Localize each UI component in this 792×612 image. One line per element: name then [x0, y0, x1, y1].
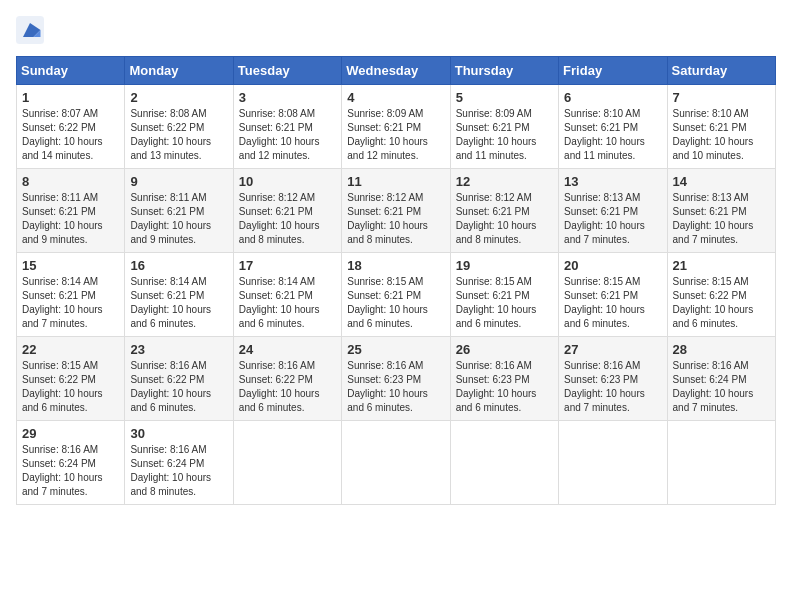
calendar-table: SundayMondayTuesdayWednesdayThursdayFrid… [16, 56, 776, 505]
day-number: 17 [239, 258, 336, 273]
day-cell: 10 Sunrise: 8:12 AM Sunset: 6:21 PM Dayl… [233, 169, 341, 253]
week-row-1: 1 Sunrise: 8:07 AM Sunset: 6:22 PM Dayli… [17, 85, 776, 169]
header-row: SundayMondayTuesdayWednesdayThursdayFrid… [17, 57, 776, 85]
day-cell: 12 Sunrise: 8:12 AM Sunset: 6:21 PM Dayl… [450, 169, 558, 253]
day-cell: 14 Sunrise: 8:13 AM Sunset: 6:21 PM Dayl… [667, 169, 775, 253]
day-info: Sunrise: 8:08 AM Sunset: 6:21 PM Dayligh… [239, 107, 336, 163]
day-number: 10 [239, 174, 336, 189]
day-info: Sunrise: 8:12 AM Sunset: 6:21 PM Dayligh… [239, 191, 336, 247]
day-cell: 5 Sunrise: 8:09 AM Sunset: 6:21 PM Dayli… [450, 85, 558, 169]
header-cell-friday: Friday [559, 57, 667, 85]
day-info: Sunrise: 8:11 AM Sunset: 6:21 PM Dayligh… [22, 191, 119, 247]
day-cell: 19 Sunrise: 8:15 AM Sunset: 6:21 PM Dayl… [450, 253, 558, 337]
day-info: Sunrise: 8:15 AM Sunset: 6:22 PM Dayligh… [22, 359, 119, 415]
day-cell: 22 Sunrise: 8:15 AM Sunset: 6:22 PM Dayl… [17, 337, 125, 421]
day-cell: 27 Sunrise: 8:16 AM Sunset: 6:23 PM Dayl… [559, 337, 667, 421]
day-number: 9 [130, 174, 227, 189]
day-cell [667, 421, 775, 505]
day-number: 1 [22, 90, 119, 105]
day-info: Sunrise: 8:14 AM Sunset: 6:21 PM Dayligh… [22, 275, 119, 331]
day-cell: 16 Sunrise: 8:14 AM Sunset: 6:21 PM Dayl… [125, 253, 233, 337]
day-cell: 26 Sunrise: 8:16 AM Sunset: 6:23 PM Dayl… [450, 337, 558, 421]
week-row-5: 29 Sunrise: 8:16 AM Sunset: 6:24 PM Dayl… [17, 421, 776, 505]
day-cell: 11 Sunrise: 8:12 AM Sunset: 6:21 PM Dayl… [342, 169, 450, 253]
header-cell-wednesday: Wednesday [342, 57, 450, 85]
day-cell: 7 Sunrise: 8:10 AM Sunset: 6:21 PM Dayli… [667, 85, 775, 169]
day-cell: 2 Sunrise: 8:08 AM Sunset: 6:22 PM Dayli… [125, 85, 233, 169]
day-info: Sunrise: 8:13 AM Sunset: 6:21 PM Dayligh… [564, 191, 661, 247]
day-number: 26 [456, 342, 553, 357]
day-cell: 30 Sunrise: 8:16 AM Sunset: 6:24 PM Dayl… [125, 421, 233, 505]
day-number: 23 [130, 342, 227, 357]
day-info: Sunrise: 8:16 AM Sunset: 6:22 PM Dayligh… [239, 359, 336, 415]
day-info: Sunrise: 8:07 AM Sunset: 6:22 PM Dayligh… [22, 107, 119, 163]
day-cell: 28 Sunrise: 8:16 AM Sunset: 6:24 PM Dayl… [667, 337, 775, 421]
header-cell-monday: Monday [125, 57, 233, 85]
day-cell: 9 Sunrise: 8:11 AM Sunset: 6:21 PM Dayli… [125, 169, 233, 253]
week-row-4: 22 Sunrise: 8:15 AM Sunset: 6:22 PM Dayl… [17, 337, 776, 421]
day-number: 28 [673, 342, 770, 357]
day-number: 3 [239, 90, 336, 105]
day-info: Sunrise: 8:12 AM Sunset: 6:21 PM Dayligh… [347, 191, 444, 247]
day-number: 27 [564, 342, 661, 357]
header-cell-sunday: Sunday [17, 57, 125, 85]
day-info: Sunrise: 8:15 AM Sunset: 6:22 PM Dayligh… [673, 275, 770, 331]
day-number: 21 [673, 258, 770, 273]
day-cell: 29 Sunrise: 8:16 AM Sunset: 6:24 PM Dayl… [17, 421, 125, 505]
day-cell [233, 421, 341, 505]
day-number: 7 [673, 90, 770, 105]
logo [16, 16, 48, 44]
day-info: Sunrise: 8:08 AM Sunset: 6:22 PM Dayligh… [130, 107, 227, 163]
day-info: Sunrise: 8:12 AM Sunset: 6:21 PM Dayligh… [456, 191, 553, 247]
day-cell [450, 421, 558, 505]
day-info: Sunrise: 8:15 AM Sunset: 6:21 PM Dayligh… [456, 275, 553, 331]
day-info: Sunrise: 8:16 AM Sunset: 6:24 PM Dayligh… [130, 443, 227, 499]
day-number: 6 [564, 90, 661, 105]
day-info: Sunrise: 8:15 AM Sunset: 6:21 PM Dayligh… [347, 275, 444, 331]
week-row-3: 15 Sunrise: 8:14 AM Sunset: 6:21 PM Dayl… [17, 253, 776, 337]
day-number: 15 [22, 258, 119, 273]
day-cell: 15 Sunrise: 8:14 AM Sunset: 6:21 PM Dayl… [17, 253, 125, 337]
day-info: Sunrise: 8:16 AM Sunset: 6:23 PM Dayligh… [456, 359, 553, 415]
day-cell: 21 Sunrise: 8:15 AM Sunset: 6:22 PM Dayl… [667, 253, 775, 337]
week-row-2: 8 Sunrise: 8:11 AM Sunset: 6:21 PM Dayli… [17, 169, 776, 253]
day-number: 13 [564, 174, 661, 189]
logo-icon [16, 16, 44, 44]
day-info: Sunrise: 8:15 AM Sunset: 6:21 PM Dayligh… [564, 275, 661, 331]
day-number: 12 [456, 174, 553, 189]
day-cell: 24 Sunrise: 8:16 AM Sunset: 6:22 PM Dayl… [233, 337, 341, 421]
day-cell: 23 Sunrise: 8:16 AM Sunset: 6:22 PM Dayl… [125, 337, 233, 421]
day-cell: 8 Sunrise: 8:11 AM Sunset: 6:21 PM Dayli… [17, 169, 125, 253]
day-info: Sunrise: 8:16 AM Sunset: 6:23 PM Dayligh… [564, 359, 661, 415]
header-cell-saturday: Saturday [667, 57, 775, 85]
day-number: 11 [347, 174, 444, 189]
calendar-header: SundayMondayTuesdayWednesdayThursdayFrid… [17, 57, 776, 85]
header-cell-tuesday: Tuesday [233, 57, 341, 85]
day-cell: 17 Sunrise: 8:14 AM Sunset: 6:21 PM Dayl… [233, 253, 341, 337]
day-number: 5 [456, 90, 553, 105]
day-number: 2 [130, 90, 227, 105]
day-info: Sunrise: 8:10 AM Sunset: 6:21 PM Dayligh… [673, 107, 770, 163]
calendar-body: 1 Sunrise: 8:07 AM Sunset: 6:22 PM Dayli… [17, 85, 776, 505]
day-number: 22 [22, 342, 119, 357]
day-cell: 6 Sunrise: 8:10 AM Sunset: 6:21 PM Dayli… [559, 85, 667, 169]
day-info: Sunrise: 8:11 AM Sunset: 6:21 PM Dayligh… [130, 191, 227, 247]
day-number: 4 [347, 90, 444, 105]
day-number: 24 [239, 342, 336, 357]
day-cell [559, 421, 667, 505]
day-info: Sunrise: 8:16 AM Sunset: 6:23 PM Dayligh… [347, 359, 444, 415]
day-cell: 4 Sunrise: 8:09 AM Sunset: 6:21 PM Dayli… [342, 85, 450, 169]
day-number: 18 [347, 258, 444, 273]
day-number: 14 [673, 174, 770, 189]
day-number: 16 [130, 258, 227, 273]
day-number: 25 [347, 342, 444, 357]
day-cell: 20 Sunrise: 8:15 AM Sunset: 6:21 PM Dayl… [559, 253, 667, 337]
day-info: Sunrise: 8:16 AM Sunset: 6:22 PM Dayligh… [130, 359, 227, 415]
day-info: Sunrise: 8:16 AM Sunset: 6:24 PM Dayligh… [673, 359, 770, 415]
day-number: 30 [130, 426, 227, 441]
day-info: Sunrise: 8:14 AM Sunset: 6:21 PM Dayligh… [239, 275, 336, 331]
page-header [16, 16, 776, 44]
day-cell: 13 Sunrise: 8:13 AM Sunset: 6:21 PM Dayl… [559, 169, 667, 253]
header-cell-thursday: Thursday [450, 57, 558, 85]
day-number: 19 [456, 258, 553, 273]
